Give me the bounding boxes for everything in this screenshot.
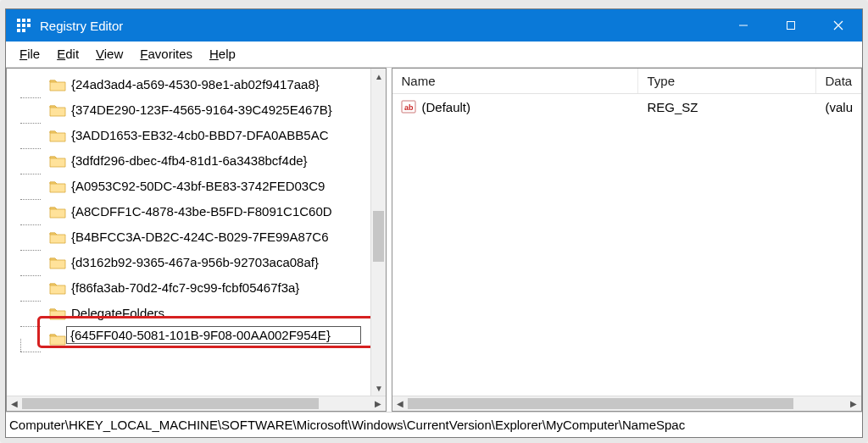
scroll-htrack[interactable] [22, 396, 370, 411]
minimize-button[interactable] [720, 9, 767, 42]
tree-item-label: {B4BFCC3A-DB2C-424C-B029-7FE99A87C6 [71, 224, 328, 250]
main-split: {24ad3ad4-a569-4530-98e1-ab02f9417aa8}{3… [6, 67, 862, 412]
svg-rect-6 [17, 29, 20, 32]
scroll-right-icon[interactable]: ▶ [846, 396, 861, 411]
tree-item-label: {24ad3ad4-a569-4530-98e1-ab02f9417aa8} [71, 72, 320, 97]
tree-horizontal-scrollbar[interactable]: ◀ ▶ [7, 396, 386, 411]
menu-help[interactable]: Help [201, 45, 244, 63]
app-icon [14, 16, 33, 35]
list-header: Name Type Data [392, 69, 861, 94]
svg-rect-0 [17, 19, 20, 22]
list-body: ab (Default) REG_SZ (valu [392, 94, 861, 396]
scroll-left-icon[interactable]: ◀ [392, 396, 408, 411]
tree-item[interactable]: {374DE290-123F-4565-9164-39C4925E467B} [15, 97, 370, 123]
tree-item-label: {3dfdf296-dbec-4fb4-81d1-6a3438bcf4de} [71, 148, 308, 174]
outer-chrome: Registry Editor File Edit View Favorites… [0, 0, 868, 443]
column-type[interactable]: Type [638, 69, 816, 93]
key-rename-input[interactable] [66, 326, 361, 344]
svg-rect-1 [22, 19, 25, 22]
tree-scroll-area[interactable]: {24ad3ad4-a569-4530-98e1-ab02f9417aa8}{3… [7, 69, 370, 396]
tree-item[interactable]: {24ad3ad4-a569-4530-98e1-ab02f9417aa8} [15, 72, 370, 97]
menu-file-label: ile [27, 47, 40, 61]
value-name: (Default) [421, 100, 470, 114]
scroll-thumb[interactable] [373, 211, 384, 262]
tree-item[interactable]: {B4BFCC3A-DB2C-424C-B029-7FE99A87C6 [15, 224, 370, 250]
tree-item[interactable]: {3ADD1653-EB32-4cb0-BBD7-DFA0ABB5AC [15, 123, 370, 148]
tree-item-label: {f86fa3ab-70d2-4fc7-9c99-fcbf05467f3a} [71, 275, 299, 301]
tree-item-label: {3ADD1653-EB32-4cb0-BBD7-DFA0ABB5AC [71, 123, 329, 148]
tree-item[interactable]: {A0953C92-50DC-43bf-BE83-3742FED03C9 [15, 174, 370, 199]
statusbar: Computer\HKEY_LOCAL_MACHINE\SOFTWARE\Mic… [6, 412, 862, 437]
scroll-track[interactable] [371, 84, 386, 380]
registry-editor-window: Registry Editor File Edit View Favorites… [5, 8, 863, 438]
tree-item[interactable]: {f86fa3ab-70d2-4fc7-9c99-fcbf05467f3a} [15, 275, 370, 301]
values-horizontal-scrollbar[interactable]: ◀ ▶ [392, 396, 861, 411]
folder-icon [49, 307, 66, 320]
scroll-up-icon[interactable]: ▲ [371, 69, 386, 84]
menu-favorites-label: avorites [147, 47, 192, 61]
svg-rect-4 [22, 24, 25, 27]
tree-vertical-scrollbar[interactable]: ▲ ▼ [370, 69, 386, 396]
window-controls [720, 9, 862, 42]
tree-item[interactable]: {3dfdf296-dbec-4fb4-81d1-6a3438bcf4de} [15, 148, 370, 174]
svg-rect-2 [27, 19, 31, 22]
svg-rect-3 [17, 24, 20, 27]
menu-favorites[interactable]: Favorites [131, 45, 201, 63]
scroll-left-icon[interactable]: ◀ [7, 396, 22, 411]
svg-rect-5 [27, 24, 31, 27]
column-name[interactable]: Name [392, 69, 638, 93]
status-path: Computer\HKEY_LOCAL_MACHINE\SOFTWARE\Mic… [9, 418, 685, 432]
tree-item[interactable]: {d3162b92-9365-467a-956b-92703aca08af} [15, 250, 370, 275]
menu-view[interactable]: View [87, 45, 131, 63]
tree-item[interactable]: {A8CDFF1C-4878-43be-B5FD-F8091C1C60D [15, 199, 370, 224]
scroll-hthumb[interactable] [408, 398, 793, 409]
menubar: File Edit View Favorites Help [6, 42, 862, 67]
tree-panel: {24ad3ad4-a569-4530-98e1-ab02f9417aa8}{3… [6, 68, 387, 412]
folder-icon [49, 78, 66, 91]
scroll-down-icon[interactable]: ▼ [371, 380, 386, 396]
tree-item-label: {374DE290-123F-4565-9164-39C4925E467B} [71, 97, 332, 123]
tree-item-label: DelegateFolders [71, 301, 164, 326]
scroll-right-icon[interactable]: ▶ [370, 396, 386, 411]
folder-icon [49, 180, 66, 193]
values-panel: Name Type Data ab (Defa [392, 68, 862, 412]
folder-icon [49, 205, 66, 219]
maximize-button[interactable] [767, 9, 815, 42]
folder-icon [49, 256, 66, 269]
folder-icon [49, 230, 66, 244]
svg-rect-9 [787, 22, 795, 30]
window-title: Registry Editor [40, 19, 720, 33]
menu-help-label: elp [219, 47, 236, 61]
menu-file[interactable]: File [11, 45, 48, 63]
list-row[interactable]: ab (Default) REG_SZ (valu [392, 94, 861, 119]
svg-rect-7 [22, 29, 25, 32]
string-value-icon: ab [401, 99, 416, 114]
titlebar: Registry Editor [6, 9, 862, 42]
menu-edit[interactable]: Edit [48, 45, 87, 63]
folder-icon [49, 332, 66, 346]
close-button[interactable] [815, 9, 862, 42]
value-data: (valu [825, 100, 853, 114]
tree-item-label: {d3162b92-9365-467a-956b-92703aca08af} [71, 250, 319, 275]
folder-icon [49, 154, 66, 168]
folder-icon [49, 129, 66, 142]
scroll-hthumb[interactable] [22, 398, 319, 409]
folder-icon [49, 103, 66, 117]
folder-icon [49, 281, 66, 295]
svg-text:ab: ab [404, 103, 414, 112]
column-data[interactable]: Data [816, 69, 861, 93]
menu-view-label: iew [104, 47, 124, 61]
tree-item[interactable]: DelegateFolders [15, 301, 370, 326]
tree-item-label: {A8CDFF1C-4878-43be-B5FD-F8091C1C60D [71, 199, 332, 224]
tree-item-label: {A0953C92-50DC-43bf-BE83-3742FED03C9 [71, 174, 325, 199]
menu-edit-label: dit [65, 47, 79, 61]
value-type: REG_SZ [647, 100, 698, 114]
scroll-htrack[interactable] [408, 396, 846, 411]
